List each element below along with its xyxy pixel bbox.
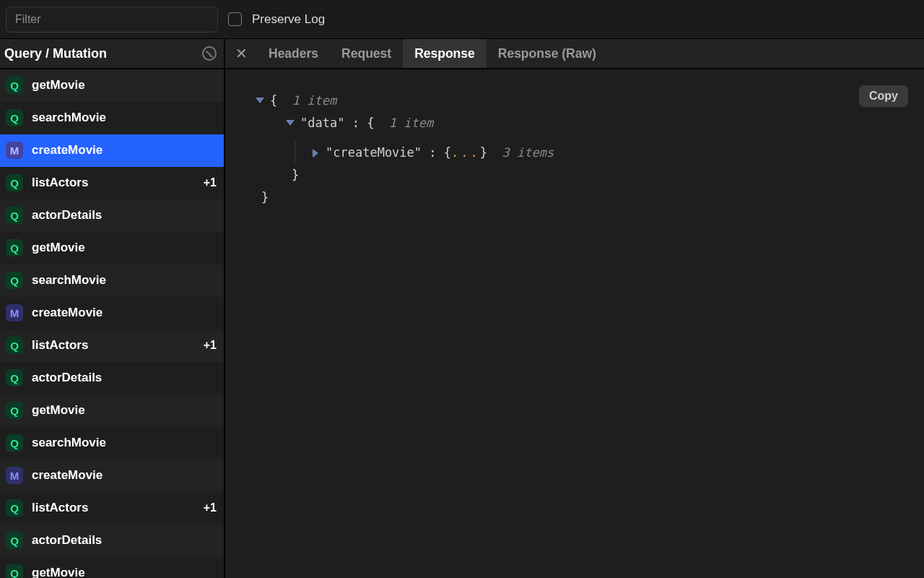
operation-row[interactable]: QlistActors+1	[0, 329, 224, 362]
operation-row[interactable]: QsearchMovie	[0, 102, 224, 134]
clear-icon[interactable]	[202, 46, 217, 61]
toolbar: Preserve Log	[0, 0, 924, 39]
query-badge-icon: Q	[6, 337, 23, 354]
colon: :	[422, 142, 444, 164]
tree-row[interactable]: { 1 item	[256, 90, 904, 112]
query-badge-icon: Q	[6, 402, 23, 419]
item-count: 1 item	[389, 112, 433, 134]
json-key: "createMovie"	[326, 142, 422, 164]
operation-extra-count: +1	[204, 501, 217, 514]
operation-label: searchMovie	[32, 111, 106, 125]
operation-label: getMovie	[32, 241, 85, 255]
operation-label: listActors	[32, 501, 88, 515]
operation-label: actorDetails	[32, 533, 102, 548]
brace: }	[480, 142, 502, 164]
operation-list: QgetMovieQsearchMovieMcreateMovieQlistAc…	[0, 69, 224, 578]
response-body: Copy { 1 item "data" : { 1 item "cre	[225, 69, 924, 578]
operation-row[interactable]: QgetMovie	[0, 557, 224, 578]
query-badge-icon: Q	[6, 239, 23, 256]
operation-row[interactable]: QactorDetails	[0, 362, 224, 394]
operation-label: createMovie	[32, 143, 103, 158]
colon: :	[344, 112, 367, 134]
mutation-badge-icon: M	[6, 467, 23, 484]
operation-label: getMovie	[32, 78, 85, 92]
query-badge-icon: Q	[6, 532, 23, 549]
filter-input[interactable]	[6, 7, 218, 33]
query-badge-icon: Q	[6, 369, 23, 387]
operation-label: actorDetails	[32, 208, 102, 223]
operation-row[interactable]: QgetMovie	[0, 69, 224, 102]
operation-row[interactable]: QgetMovie	[0, 394, 224, 427]
tab-response[interactable]: Response	[403, 39, 487, 68]
operation-row[interactable]: QlistActors+1	[0, 167, 224, 199]
query-badge-icon: Q	[6, 109, 23, 126]
caret-down-icon[interactable]	[286, 120, 295, 126]
brace: }	[261, 186, 269, 209]
copy-button[interactable]: Copy	[859, 85, 908, 107]
query-badge-icon: Q	[6, 272, 23, 289]
sidebar-header: Query / Mutation	[0, 39, 224, 69]
operation-label: createMovie	[32, 306, 103, 320]
tab-response-raw[interactable]: Response (Raw)	[487, 39, 608, 68]
mutation-badge-icon: M	[6, 304, 23, 322]
caret-right-icon[interactable]	[313, 149, 318, 158]
operation-label: getMovie	[32, 566, 85, 578]
mutation-badge-icon: M	[6, 142, 23, 159]
tree-row: }	[256, 164, 904, 186]
preserve-log-label: Preserve Log	[252, 12, 325, 27]
detail-tabs: ✕ Headers Request Response Response (Raw…	[225, 39, 924, 69]
tab-headers[interactable]: Headers	[257, 39, 330, 68]
sidebar: Query / Mutation QgetMovieQsearchMovieMc…	[0, 39, 225, 578]
operation-label: getMovie	[32, 403, 85, 418]
preserve-log-checkbox[interactable]	[228, 12, 242, 26]
operation-row[interactable]: McreateMovie	[0, 134, 224, 167]
operation-label: createMovie	[32, 468, 103, 483]
operation-label: searchMovie	[32, 436, 106, 450]
close-icon[interactable]: ✕	[225, 39, 257, 68]
query-badge-icon: Q	[6, 207, 23, 224]
tree-row: }	[256, 186, 904, 209]
caret-down-icon[interactable]	[256, 98, 264, 103]
ellipsis-icon[interactable]: ...	[451, 142, 480, 164]
brace: {	[444, 142, 451, 164]
operation-label: listActors	[32, 338, 88, 353]
detail-pane: ✕ Headers Request Response Response (Raw…	[225, 39, 924, 578]
operation-row[interactable]: QactorDetails	[0, 525, 224, 557]
query-badge-icon: Q	[6, 564, 23, 578]
operation-row[interactable]: QsearchMovie	[0, 264, 224, 297]
tree-row[interactable]: "createMovie" : { ... } 3 items	[256, 134, 904, 164]
brace: {	[270, 90, 292, 112]
sidebar-title: Query / Mutation	[4, 46, 107, 61]
operation-extra-count: +1	[204, 176, 217, 189]
brace: {	[367, 112, 389, 134]
operation-row[interactable]: QgetMovie	[0, 232, 224, 264]
operation-row[interactable]: QsearchMovie	[0, 427, 224, 460]
operation-row[interactable]: QactorDetails	[0, 199, 224, 232]
query-badge-icon: Q	[6, 77, 23, 94]
operation-extra-count: +1	[204, 339, 217, 352]
tree-row[interactable]: "data" : { 1 item	[256, 112, 904, 134]
brace: }	[292, 164, 299, 186]
operation-label: searchMovie	[32, 273, 106, 288]
tab-request[interactable]: Request	[330, 39, 403, 68]
operation-row[interactable]: QlistActors+1	[0, 492, 224, 525]
operation-row[interactable]: McreateMovie	[0, 460, 224, 492]
operation-row[interactable]: McreateMovie	[0, 297, 224, 329]
query-badge-icon: Q	[6, 434, 23, 452]
json-key: "data"	[300, 112, 344, 134]
item-count: 1 item	[292, 90, 336, 112]
operation-label: listActors	[32, 176, 88, 190]
item-count: 3 items	[502, 142, 554, 164]
tree-guide	[295, 140, 295, 163]
query-badge-icon: Q	[6, 174, 23, 191]
operation-label: actorDetails	[32, 371, 102, 385]
query-badge-icon: Q	[6, 499, 23, 517]
